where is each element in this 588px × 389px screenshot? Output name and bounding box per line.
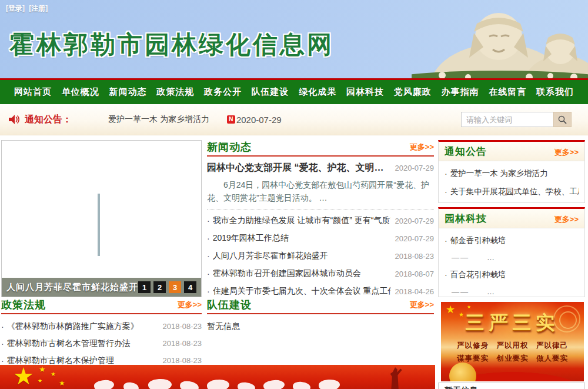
bullet-icon: · xyxy=(445,236,447,245)
nav-item-party[interactable]: 党风廉政 xyxy=(394,87,432,98)
slider-pager: 1 2 3 4 xyxy=(138,281,196,293)
featured-news-title[interactable]: 园林中心党支部开展 “爱花、护花、文明… xyxy=(207,162,390,174)
garden-tech-item: · 郁金香引种栽培 xyxy=(445,231,579,250)
slider-photo-pole xyxy=(98,194,100,256)
announcements-more-link[interactable]: 更多>> xyxy=(554,145,579,158)
policy-link[interactable]: 《霍林郭勒市林荫路推广实施方案》 xyxy=(7,321,158,332)
announcements-title: 通知公告 xyxy=(445,145,487,158)
main-navigation: 网站首页 单位概况 新闻动态 政策法规 政务公开 队伍建设 绿化成果 园林科技 … xyxy=(0,80,588,104)
announcement-item: · 爱护一草一木 为家乡增活力 xyxy=(445,164,579,182)
news-item-date: 2018-08-07 xyxy=(395,270,435,278)
slider-page-2[interactable]: 2 xyxy=(153,281,166,293)
nav-item-guide[interactable]: 办事指南 xyxy=(441,87,479,98)
bullet-icon: · xyxy=(445,187,447,197)
statue-silhouette xyxy=(382,367,406,389)
nav-item-garden-tech[interactable]: 园林科技 xyxy=(346,87,384,98)
news-list-item: · 我市全力助推绿色发展 让城市有“颜值” 更有“气质” 2020-07-29 xyxy=(207,212,434,230)
news-item-link[interactable]: 2019年园林工作总结 xyxy=(213,233,390,244)
slider-caption-link[interactable]: 人间八月芳菲尽霍市鲜花始盛开 xyxy=(6,282,138,293)
login-link[interactable]: [登录] xyxy=(6,4,25,12)
sanyan-sanshi-banner[interactable]: ★ ★ ★ 三严三实 严以修身 严以用权 严以律己 谋事要实 创业要实 做人要实 xyxy=(441,302,584,381)
bottom-right-box: 暂无信息 xyxy=(438,383,585,389)
calligraphy-stroke xyxy=(237,382,255,389)
featured-news: 园林中心党支部开展 “爱花、护花、文明… 2020-07-29 xyxy=(207,162,434,174)
nav-item-greening[interactable]: 绿化成果 xyxy=(299,87,336,98)
nav-item-gov-open[interactable]: 政务公开 xyxy=(204,87,242,98)
new-badge-icon: N xyxy=(227,115,235,124)
bullet-icon: · xyxy=(207,251,210,261)
slider-page-4[interactable]: 4 xyxy=(184,281,196,293)
garden-tech-title: 园林科技 xyxy=(445,212,487,225)
team-title: 队伍建设 xyxy=(207,298,252,312)
announcements-box: 通知公告 更多>> · 爱护一草一木 为家乡增活力 · 关于集中开展花园式单位、… xyxy=(438,140,585,203)
garden-tech-link[interactable]: 郁金香引种栽培 xyxy=(450,235,506,246)
star-icon: ★ xyxy=(59,379,65,387)
calligraphy-stroke xyxy=(179,380,199,389)
announcement-link[interactable]: 爱护一草一木 为家乡增活力 xyxy=(450,168,548,179)
policy-item: · 霍林郭勒市古树名木管理暂行办法 2018-08-23 xyxy=(1,335,202,352)
news-item-link[interactable]: 人间八月芳非尽霍市鲜花始盛开 xyxy=(213,251,390,261)
policy-item: · 《霍林郭勒市林荫路推广实施方案》 2018-08-23 xyxy=(1,318,202,335)
star-icon: ★ xyxy=(467,304,471,310)
bullet-icon: · xyxy=(1,356,4,365)
notice-headline-link[interactable]: 爱护一草一木 为家乡增活力 xyxy=(108,114,209,125)
nav-item-policy[interactable]: 政策法规 xyxy=(156,87,194,98)
page: [登录] [注册] 霍林郭勒市园林绿化信息网 网站首页 单位概况 新闻动态 政策… xyxy=(0,0,588,389)
bullet-icon: · xyxy=(1,339,4,348)
garden-tech-item-sub: —— … xyxy=(445,250,579,265)
register-link[interactable]: [注册] xyxy=(29,4,48,12)
team-section: 队伍建设 更多>> 暂无信息 xyxy=(207,298,434,332)
news-more-link[interactable]: 更多>> xyxy=(410,140,434,152)
topbar-links: [登录] [注册] xyxy=(6,4,50,14)
news-item-link[interactable]: 我市全力助推绿色发展 让城市有“颜值” 更有“气质” xyxy=(213,215,390,226)
news-item-date: 2018-08-23 xyxy=(395,252,435,261)
news-list-item: · 2019年园林工作总结 2020-07-29 xyxy=(207,230,434,247)
garden-tech-item-sub: —— … xyxy=(445,284,579,300)
search-input[interactable] xyxy=(461,112,553,127)
policy-header: 政策法规 更多>> xyxy=(1,298,202,314)
news-item-link[interactable]: 住建局关于市委七届九次、十次全体会议 重点工作任… xyxy=(213,286,390,297)
bottom-red-banner[interactable]: ★ ★ ★ ★ ★ xyxy=(0,365,435,389)
policy-more-link[interactable]: 更多>> xyxy=(178,298,202,310)
banner-slogan-line1: 严以修身 严以用权 严以律己 xyxy=(441,341,584,351)
nav-item-contact[interactable]: 联系我们 xyxy=(536,87,574,98)
nav-item-news[interactable]: 新闻动态 xyxy=(109,87,146,98)
garden-tech-more-link[interactable]: 更多>> xyxy=(554,212,579,225)
notice-date: 2020-07-29 xyxy=(236,115,282,125)
news-header: 新闻动态 更多>> xyxy=(207,140,434,157)
nav-item-team[interactable]: 队伍建设 xyxy=(252,87,289,98)
site-header: [登录] [注册] 霍林郭勒市园林绿化信息网 xyxy=(0,0,588,78)
nav-item-about[interactable]: 单位概况 xyxy=(62,87,99,98)
bullet-icon: · xyxy=(207,269,210,278)
party-emblem-icon xyxy=(449,363,476,381)
news-item-date: 2020-07-29 xyxy=(395,234,435,243)
bullet-icon: · xyxy=(207,287,210,296)
nav-item-message[interactable]: 在线留言 xyxy=(489,87,526,98)
garden-tech-item: · 百合花引种栽培 xyxy=(445,265,579,284)
notice-label: 通知公告： xyxy=(25,114,72,126)
nav-item-home[interactable]: 网站首页 xyxy=(14,87,52,98)
announcements-list: · 爱护一草一木 为家乡增活力 · 关于集中开展花园式单位、学校、工厂… xyxy=(439,161,584,201)
bottom-empty-text: 暂无信息 xyxy=(445,385,579,389)
notice-bar: 通知公告： 爱护一草一木 为家乡增活力 N 2020-07-29 xyxy=(0,104,588,135)
bullet-icon: · xyxy=(207,216,210,225)
policy-date: 2018-08-23 xyxy=(163,356,202,365)
policy-link[interactable]: 霍林郭勒市古树名木管理暂行办法 xyxy=(7,338,158,349)
team-more-link[interactable]: 更多>> xyxy=(410,298,434,310)
search-box xyxy=(461,112,572,127)
slider-page-3-active[interactable]: 3 xyxy=(169,281,181,293)
search-icon xyxy=(557,115,567,125)
team-empty-text: 暂无信息 xyxy=(207,321,434,332)
policy-section: 政策法规 更多>> · 《霍林郭勒市林荫路推广实施方案》 2018-08-23 … xyxy=(1,298,202,369)
calligraphy-stroke xyxy=(206,378,230,389)
garden-tech-link[interactable]: 百合花引种栽培 xyxy=(450,270,506,280)
photo-slider[interactable]: 人间八月芳菲尽霍市鲜花始盛开 1 2 3 4 xyxy=(1,140,202,297)
announcement-link[interactable]: 关于集中开展花园式单位、学校、工厂… xyxy=(450,187,579,197)
news-item-link[interactable]: 霍林郭勒市召开创建国家园林城市动员会 xyxy=(213,268,390,279)
dotted-separator xyxy=(207,210,434,210)
site-title: 霍林郭勒市园林绿化信息网 xyxy=(9,28,334,61)
policy-link[interactable]: 霍林郭勒市古树名木保护管理 xyxy=(7,355,158,366)
search-button[interactable] xyxy=(553,112,572,127)
statue-graphic xyxy=(412,0,588,78)
slider-page-1[interactable]: 1 xyxy=(138,281,151,293)
